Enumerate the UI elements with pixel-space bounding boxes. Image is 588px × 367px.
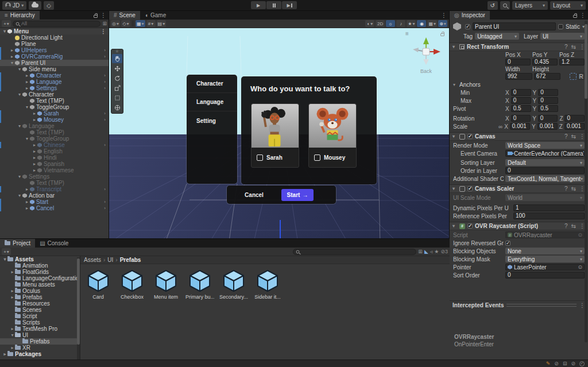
hierarchy-item-side-menu[interactable]: ▾Side menu <box>0 66 109 72</box>
link-scale-icon[interactable]: ∞ <box>498 123 502 130</box>
card-checkbox[interactable] <box>257 154 263 161</box>
breadcrumb-ui[interactable]: UI <box>107 257 113 263</box>
start-button[interactable]: Start → <box>281 189 314 201</box>
help-icon[interactable]: ? <box>564 223 568 229</box>
step-button[interactable]: ▶ <box>282 1 297 9</box>
transform-tool[interactable] <box>112 103 122 112</box>
project-folder-scripts[interactable]: Scripts <box>0 319 80 326</box>
expander-icon[interactable]: ▸ <box>24 187 30 192</box>
collab-disabled-icon[interactable]: ⊘ <box>571 361 575 366</box>
hierarchy-item-togglegroup[interactable]: ▾ToggleGroup <box>0 104 109 110</box>
character-card-mousey[interactable]: Mousey <box>308 103 357 168</box>
hierarchy-item-language[interactable]: ▾Language <box>0 123 109 129</box>
expander-icon[interactable]: ▾ <box>2 257 7 262</box>
lock-icon[interactable] <box>573 15 577 18</box>
effects-dropdown[interactable]: ★▾ <box>407 20 416 27</box>
expander-icon[interactable]: ▸ <box>10 295 15 300</box>
expander-icon[interactable]: ▸ <box>2 351 7 357</box>
ovr-enabled-checkbox[interactable] <box>467 223 473 229</box>
intercepted-events-header[interactable]: Intercepted Events ⋮ <box>450 300 588 309</box>
raw-edit-mode-button[interactable]: R <box>578 73 585 80</box>
expander-icon[interactable]: ▸ <box>24 206 30 211</box>
overlay-menu-icon[interactable]: ≡ <box>405 30 409 37</box>
project-folder-oculus[interactable]: ▸Oculus <box>0 288 80 294</box>
sorting-layer-dropdown[interactable]: Default▾ <box>505 159 585 166</box>
project-tree-scrollbar[interactable] <box>77 257 80 360</box>
expander-icon[interactable]: ▸ <box>24 86 30 91</box>
search-window-icon[interactable]: ⊞ <box>418 249 423 254</box>
background-tasks-icon[interactable]: ✓ <box>579 361 585 366</box>
expander-icon[interactable]: ▸ <box>10 288 15 293</box>
hierarchy-item-mousey[interactable]: ▸Mousey› <box>0 117 109 123</box>
hierarchy-item-transcript[interactable]: ▸Transcript› <box>0 186 109 192</box>
expander-icon[interactable]: ▾ <box>9 60 15 65</box>
height-field[interactable]: 672 <box>534 73 561 80</box>
project-folder-prefabs[interactable]: Prefabs <box>0 338 80 345</box>
expander-icon[interactable]: ▸ <box>10 269 15 275</box>
hierarchy-item-action-bar[interactable]: ▾Action bar <box>0 192 109 199</box>
project-folder-scenes[interactable]: Scenes <box>0 307 80 313</box>
activity-pen-icon[interactable]: ✎ <box>546 361 551 366</box>
canvas-header[interactable]: ▾ Canvas ?⇆⋮ <box>450 132 588 141</box>
move-tool[interactable] <box>112 64 122 73</box>
expander-icon[interactable]: ▸ <box>32 117 37 122</box>
create-asset-button[interactable]: + ▾ <box>2 248 11 255</box>
expander-icon[interactable]: ▾ <box>17 193 22 198</box>
presets-icon[interactable]: ⇆ <box>571 44 576 50</box>
tab-project[interactable]: Project <box>0 239 35 248</box>
tab-scene[interactable]: # Scene <box>109 11 140 20</box>
hierarchy-item-parent-ui[interactable]: ▾Parent UI <box>0 60 109 66</box>
card-checkbox[interactable] <box>314 154 320 161</box>
hierarchy-item-togglegroup[interactable]: ▾ToggleGroup <box>0 136 109 142</box>
expander-icon[interactable]: ▸ <box>10 345 15 350</box>
project-folder-ui[interactable]: ▾UI <box>0 332 80 338</box>
account-button[interactable]: JD ▾ <box>2 1 26 10</box>
hierarchy-item-spanish[interactable]: ▸Spanish <box>0 161 109 167</box>
ignore-reversed-checkbox[interactable] <box>505 241 510 246</box>
character-card-sarah[interactable]: Sarah <box>251 103 299 168</box>
2d-toggle[interactable]: 2D <box>376 20 385 27</box>
project-search-input[interactable] <box>301 249 413 254</box>
hierarchy-item-sarah[interactable]: ▸Sarah› <box>0 110 109 117</box>
project-folder-languageconfiguration[interactable]: LanguageConfiguration <box>0 275 80 281</box>
hierarchy-item-menu[interactable]: ▾Menu⋮ <box>0 28 109 34</box>
hierarchy-item-language[interactable]: ▸Language› <box>0 79 109 85</box>
pos-z-field[interactable]: 1.2 <box>559 59 585 65</box>
hierarchy-item-settings[interactable]: ▸Settings› <box>0 85 109 91</box>
scene-viewport[interactable]: CharacterLanguageSetting Who do you want… <box>109 28 449 238</box>
open-prefab-chevron[interactable]: › <box>104 117 106 122</box>
kebab-menu-icon[interactable]: ⋮ <box>100 12 106 18</box>
search-button[interactable] <box>500 1 510 10</box>
render-mode-dropdown[interactable]: World Space▾ <box>505 142 585 149</box>
project-folder-script[interactable]: Script <box>0 313 80 319</box>
expander-icon[interactable]: ▾ <box>10 333 15 338</box>
favorites-icon[interactable]: ★ <box>434 249 439 254</box>
scale-z-field[interactable]: 0.001 <box>564 123 585 130</box>
asset-primary-bu[interactable]: Primary bu... <box>185 269 214 300</box>
active-checkbox[interactable] <box>465 24 470 29</box>
name-field[interactable]: Parent UI <box>473 22 556 30</box>
layout-dropdown[interactable]: Layout ▾ <box>550 1 586 10</box>
presets-icon[interactable]: ⇆ <box>571 133 576 140</box>
canvas-scaler-enabled-checkbox[interactable] <box>467 186 473 191</box>
drag-handle-icon[interactable]: ≡ <box>112 50 122 53</box>
pos-y-field[interactable]: 0.435 <box>532 59 558 65</box>
reference-ppu-field[interactable]: 100 <box>513 213 585 219</box>
blocking-mask-dropdown[interactable]: Everything▾ <box>505 256 585 262</box>
order-in-layer-field[interactable]: 0 <box>505 167 585 174</box>
hierarchy-item-cancel[interactable]: ▸Cancel› <box>0 205 109 211</box>
hierarchy-item-hindi[interactable]: ▸Hindi <box>0 154 109 161</box>
open-prefab-chevron[interactable]: › <box>104 79 106 84</box>
expander-icon[interactable]: ▾ <box>17 92 22 97</box>
open-prefab-chevron[interactable]: › <box>104 142 106 148</box>
pause-button[interactable] <box>266 1 281 9</box>
add-object-button[interactable]: + ▾ <box>2 20 11 27</box>
max-y-field[interactable]: 0 <box>538 97 558 104</box>
project-folder-xr[interactable]: ▸XR <box>0 345 80 351</box>
gizmos-dropdown[interactable]: ⊕▾ <box>438 20 447 27</box>
services-button[interactable]: ◇ <box>44 1 54 10</box>
expander-icon[interactable]: ▸ <box>32 142 37 148</box>
pointer-field[interactable]: LaserPointer⊙ <box>505 264 585 271</box>
width-field[interactable]: 992 <box>505 73 532 80</box>
help-icon[interactable]: ? <box>564 44 568 50</box>
